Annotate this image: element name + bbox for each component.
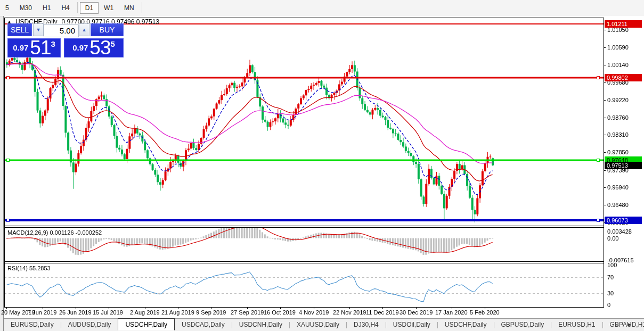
price-axis-label: 0.97850 (607, 149, 629, 155)
rsi-pane-separator-top[interactable] (4, 261, 604, 262)
price-axis-tick (604, 65, 606, 65)
price-axis-label: 1.00590 (607, 44, 629, 51)
sell-price-big: 51 (30, 37, 51, 59)
toolbar-separator (77, 2, 78, 13)
date-axis-label: 26 Jun 2019 (59, 309, 92, 316)
date-axis-label: 22 Nov 2019 (333, 309, 366, 316)
tab-dj30-h4[interactable]: DJ30,H4 (347, 319, 386, 330)
price-axis-label: 0.98310 (607, 131, 629, 138)
volume-increase-button[interactable]: ▲ (79, 23, 89, 36)
date-axis-label: 9 Sep 2019 (196, 309, 226, 316)
timeframe-button-mn[interactable]: MN (119, 2, 140, 14)
tab-usdchf-daily[interactable]: USDCHF,Daily (438, 319, 494, 330)
price-axis-tick (604, 205, 606, 205)
tab-eurusd-daily[interactable]: EURUSD,Daily (4, 319, 61, 330)
tab-usdcnh-daily[interactable]: USDCNH,Daily (232, 319, 289, 330)
price-axis-tick (604, 30, 606, 30)
price-axis-separator (604, 18, 604, 308)
date-axis-border (4, 307, 604, 308)
price-axis-tick (604, 170, 606, 171)
timeframe-button-h1[interactable]: H1 (37, 2, 56, 14)
rsi-axis-label: 70 (607, 274, 614, 280)
macd-pane-separator-top[interactable] (4, 226, 604, 226)
tab-usdcad-daily[interactable]: USDCAD,Daily (175, 319, 232, 330)
price-axis-label: 0.98760 (607, 114, 629, 121)
rsi-indicator-canvas[interactable] (4, 263, 604, 307)
tab-scroll-arrows: ◄► (614, 321, 640, 327)
buy-price-prefix: 0.97 (72, 43, 88, 52)
tab-xauusd-daily[interactable]: XAUUSD,Daily (290, 319, 346, 330)
one-click-trading-panel: SELL ▼ 5.00 ▲ BUY 0.97513 0.97535 (7, 23, 124, 57)
timeframe-button-5[interactable]: 5 (0, 2, 14, 14)
hline-handle[interactable] (597, 159, 600, 162)
timeframe-toolbar: 5M30H1H4D1W1MN (0, 0, 644, 16)
buy-price-box[interactable]: 0.97535 (64, 38, 124, 57)
buy-button[interactable]: BUY (91, 23, 124, 36)
arrow-down-icon: ▼ (36, 27, 41, 32)
arrow-up-icon: ▲ (82, 27, 87, 32)
timeframe-button-d1[interactable]: D1 (80, 2, 99, 14)
date-axis-label: 16 Oct 2019 (264, 309, 296, 316)
date-axis-label: 21 Aug 2019 (161, 309, 194, 316)
hline-handle[interactable] (6, 159, 10, 162)
price-axis-tick (604, 135, 606, 135)
date-axis-label: 15 Jul 2019 (93, 309, 123, 316)
macd-axis-label: 0.003428 (607, 228, 632, 235)
tab-scroll-left-icon[interactable]: ◄ (614, 321, 627, 327)
price-axis-label: 0.96480 (607, 202, 629, 208)
tab-scroll-right-icon[interactable]: ► (627, 321, 640, 327)
price-tag-0.96073: 0.96073 (605, 217, 642, 224)
hline-handle[interactable] (6, 219, 10, 222)
price-tag-0.99802: 0.99802 (605, 74, 642, 81)
tab-usdchf-daily-active[interactable]: USDCHF,Daily (118, 318, 175, 330)
sell-price-prefix: 0.97 (13, 43, 28, 52)
date-axis-label: 11 Dec 2019 (366, 309, 399, 316)
date-axis-label: 27 Sep 2019 (231, 309, 264, 316)
hline-handle[interactable] (6, 76, 10, 79)
price-axis-tick (604, 100, 606, 101)
date-axis-label: 5 Feb 2020 (470, 309, 500, 316)
buy-price-big: 53 (89, 37, 110, 59)
price-tag-0.97513: 0.97513 (605, 162, 642, 169)
sell-price-sup: 3 (51, 39, 55, 48)
date-axis-label: 4 Nov 2019 (299, 309, 329, 316)
date-axis-label: 17 Jan 2020 (435, 309, 468, 316)
rsi-axis-label: 100 (607, 262, 617, 268)
tab-gbpusd-daily[interactable]: GBPUSD,Daily (494, 319, 551, 330)
date-axis-label: 7 Jun 2019 (28, 309, 56, 316)
sell-price-box[interactable]: 0.97513 (7, 38, 61, 57)
rsi-pane-border (4, 263, 604, 263)
tab-eurusd-h1[interactable]: EURUSD,H1 (551, 319, 602, 330)
main-pane-left-border (4, 18, 5, 308)
volume-decrease-button[interactable]: ▼ (33, 23, 44, 36)
timeframe-button-w1[interactable]: W1 (99, 2, 119, 14)
trading-platform-window: 5M30H1H4D1W1MN ▲USDCHF,Daily0.97700 0.97… (0, 0, 644, 331)
price-axis-label: 0.99220 (607, 97, 629, 103)
rsi-axis-label: 0 (607, 302, 610, 308)
price-axis-label: 0.96940 (607, 184, 629, 191)
toolbar-separator (142, 2, 142, 13)
macd-pane-border (4, 227, 604, 228)
price-axis-tick (604, 152, 606, 153)
buy-price-sup: 5 (111, 39, 115, 48)
symbol-tab-bar: EURUSD,DailyAUDUSD,DailyUSDCHF,DailyUSDC… (4, 318, 644, 331)
tab-audusd-daily[interactable]: AUDUSD,Daily (61, 319, 118, 330)
hline-handle[interactable] (597, 76, 600, 79)
hline-handle[interactable] (597, 219, 600, 222)
rsi-axis-label: 30 (607, 290, 614, 296)
price-axis-label: 1.00140 (607, 62, 629, 68)
date-axis-label: 2 Aug 2019 (130, 309, 160, 316)
timeframe-button-m30[interactable]: M30 (14, 2, 37, 14)
price-tag-1.01211: 1.01211 (605, 20, 642, 28)
volume-input[interactable]: 5.00 (44, 24, 79, 37)
sell-button[interactable]: SELL (7, 23, 32, 36)
rsi-label: RSI(14) 55.2853 (7, 265, 51, 271)
price-axis-tick (604, 118, 606, 118)
macd-axis-label: 0.00 (607, 235, 618, 242)
timeframe-button-h4[interactable]: H4 (56, 2, 75, 14)
price-axis-tick (604, 187, 606, 188)
date-axis-label: 30 Dec 2019 (400, 309, 433, 316)
price-axis-tick (604, 82, 606, 83)
tab-usdoil-daily[interactable]: USDOil,Daily (386, 319, 437, 330)
macd-label: MACD(12,26,9) 0.001126 -0.000252 (7, 229, 102, 236)
